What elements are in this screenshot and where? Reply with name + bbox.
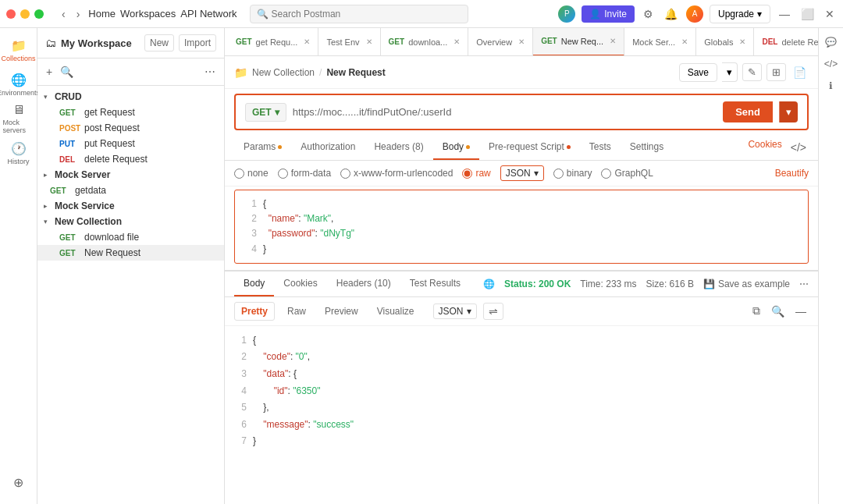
tab-globals[interactable]: Globals ✕ [696, 28, 754, 56]
mock-servers-rail-item[interactable]: 🖥 Mock servers [3, 103, 34, 134]
getdata-item[interactable]: GET getdata [37, 183, 224, 198]
resp-tab-cookies[interactable]: Cookies [274, 272, 326, 296]
get-request-item[interactable]: GET get Request [37, 105, 224, 120]
url-input[interactable] [293, 106, 717, 118]
resp-tab-test-results[interactable]: Test Results [400, 272, 470, 296]
tab-delete-re[interactable]: DEL delete Re... ✕ [754, 28, 818, 56]
tab-close-icon[interactable]: ✕ [304, 37, 310, 46]
tab-tests[interactable]: Tests [580, 135, 621, 160]
tab-prerequest[interactable]: Pre-request Script [479, 135, 580, 160]
restore-icon[interactable]: ⬜ [799, 5, 816, 23]
body-raw-option[interactable]: raw [462, 168, 490, 179]
resp-fmt-raw[interactable]: Raw [281, 303, 312, 320]
tab-params[interactable]: Params [234, 135, 291, 160]
nav-back[interactable]: ‹ [59, 5, 68, 23]
copy-icon[interactable]: ⧉ [750, 302, 763, 320]
mock-server-folder[interactable]: ▸ Mock Server GET getdata [37, 167, 224, 198]
body-none-option[interactable]: none [234, 168, 269, 179]
put-request-item[interactable]: PUT put Request [37, 136, 224, 151]
save-button[interactable]: Save [679, 63, 717, 82]
method-select[interactable]: GET ▾ [245, 103, 286, 122]
minimize-button[interactable] [20, 9, 30, 19]
tab-overview[interactable]: Overview ✕ [468, 28, 533, 56]
settings-icon[interactable]: ⚙ [641, 5, 656, 23]
bell-icon[interactable]: 🔔 [662, 5, 680, 23]
environments-rail-item[interactable]: 🌐 Environments [3, 69, 34, 100]
workspace-name: My Workspace [61, 37, 140, 49]
tab-test-env[interactable]: Test Env ✕ [318, 28, 380, 56]
tab-mock-ser[interactable]: Mock Ser... ✕ [624, 28, 696, 56]
body-urlencoded-option[interactable]: x-www-form-urlencoded [340, 168, 453, 179]
right-code-icon[interactable]: </> [822, 56, 840, 72]
crud-folder[interactable]: ▾ CRUD GET get Request POST post Request… [37, 89, 224, 167]
resp-json-format-select[interactable]: JSON ▾ [433, 303, 477, 319]
send-button[interactable]: Send [723, 101, 773, 122]
new-request-item[interactable]: GET New Request [37, 245, 224, 261]
new-collection-folder[interactable]: ▾ New Collection GET download file GET N… [37, 214, 224, 261]
history-rail-item[interactable]: 🕐 History [3, 137, 34, 169]
maximize-button[interactable] [34, 9, 44, 19]
tab-get-requ[interactable]: GET get Requ... ✕ [228, 28, 318, 56]
tab-req-settings[interactable]: Settings [621, 135, 673, 160]
tab-close-icon[interactable]: ✕ [610, 37, 616, 45]
api-network-link[interactable]: API Network [180, 8, 237, 20]
edit-icon[interactable]: ✎ [742, 63, 762, 81]
avatar[interactable]: A [686, 5, 703, 23]
upgrade-button[interactable]: Upgrade ▾ [710, 5, 770, 23]
save-dropdown-button[interactable]: ▾ [722, 62, 738, 82]
resp-fmt-preview[interactable]: Preview [318, 303, 365, 320]
tab-close-icon[interactable]: ✕ [366, 37, 372, 46]
close-button[interactable] [6, 9, 16, 19]
mock-service-folder[interactable]: ▸ Mock Service [37, 198, 224, 214]
post-request-item[interactable]: POST post Request [37, 120, 224, 136]
code-icon[interactable]: </> [788, 139, 809, 156]
minimize-icon[interactable]: — [777, 5, 792, 23]
layout-icon[interactable]: ⊞ [767, 63, 786, 81]
resp-fmt-visualize[interactable]: Visualize [371, 303, 421, 320]
add-folder-button[interactable]: + [44, 63, 55, 80]
send-dropdown-button[interactable]: ▾ [779, 101, 798, 122]
import-button[interactable]: Import [179, 34, 216, 51]
del-request-item[interactable]: DEL delete Request [37, 151, 224, 167]
docs-icon[interactable]: 📄 [791, 64, 809, 81]
body-formdata-option[interactable]: form-data [278, 168, 331, 179]
resp-tab-body[interactable]: Body [234, 272, 274, 296]
search-input[interactable] [272, 9, 461, 20]
download-file-item[interactable]: GET download file [37, 229, 224, 245]
tab-new-req[interactable]: GET New Req... ✕ [533, 28, 624, 56]
tab-close-icon[interactable]: ✕ [739, 37, 745, 46]
tab-close-icon[interactable]: ✕ [454, 37, 460, 46]
request-body-editor[interactable]: 1 { 2 "name": "Mark", 3 "password": "dNy… [234, 190, 809, 264]
search-sidebar-button[interactable]: 🔍 [58, 63, 76, 80]
tab-download[interactable]: GET downloa... ✕ [381, 28, 469, 56]
more-options-button[interactable]: ⋯ [202, 63, 218, 80]
tab-authorization[interactable]: Authorization [291, 135, 365, 160]
json-format-select[interactable]: JSON ▾ [500, 165, 544, 181]
tab-close-icon[interactable]: ✕ [518, 37, 525, 46]
new-button[interactable]: New [144, 34, 174, 51]
tab-body[interactable]: Body [433, 135, 479, 160]
home-link[interactable]: Home [88, 8, 116, 20]
more-options-icon[interactable]: ⋯ [799, 279, 809, 289]
resp-tab-headers[interactable]: Headers (10) [327, 272, 400, 296]
search-resp-icon[interactable]: 🔍 [769, 303, 787, 320]
cookies-link[interactable]: Cookies [748, 139, 781, 156]
close-icon[interactable]: ✕ [823, 5, 837, 23]
nav-forward[interactable]: › [74, 5, 83, 23]
search-bar[interactable]: 🔍 [250, 5, 468, 23]
save-example-button[interactable]: 💾 Save as example [703, 279, 790, 289]
right-comments-icon[interactable]: 💬 [823, 34, 839, 50]
body-binary-option[interactable]: binary [553, 168, 592, 179]
collections-rail-item[interactable]: 📁 Collections [3, 34, 34, 66]
right-info-icon[interactable]: ℹ [827, 78, 835, 94]
wrap-icon[interactable]: ⇌ [483, 303, 503, 320]
resp-fmt-pretty[interactable]: Pretty [234, 302, 275, 321]
body-graphql-option[interactable]: GraphQL [601, 168, 653, 179]
tab-close-icon[interactable]: ✕ [681, 37, 688, 46]
workspaces-link[interactable]: Workspaces [120, 8, 176, 20]
add-rail-item[interactable]: ⊕ [3, 467, 34, 498]
collapse-icon[interactable]: — [793, 303, 809, 320]
tab-headers[interactable]: Headers (8) [365, 135, 432, 160]
beautify-button[interactable]: Beautify [775, 168, 809, 179]
invite-button[interactable]: 👤 Invite [582, 5, 635, 23]
